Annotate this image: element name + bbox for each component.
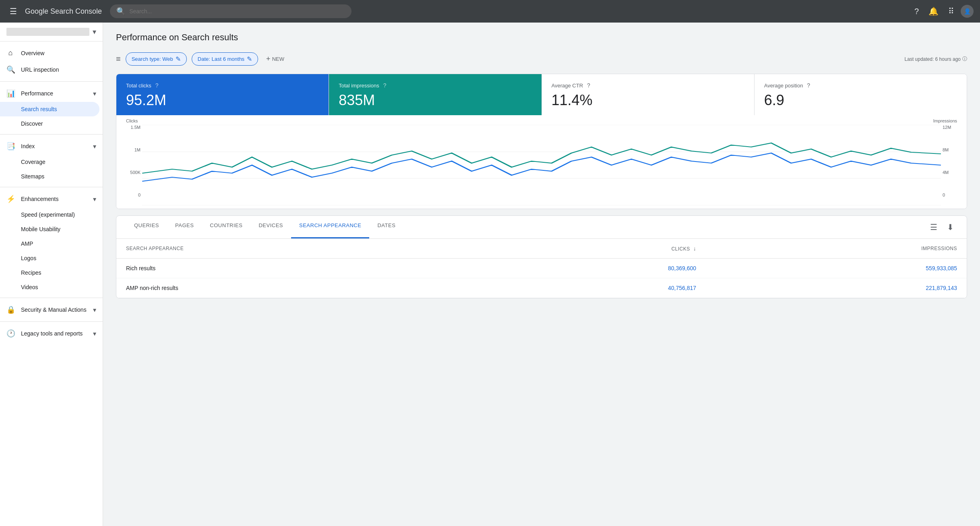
sidebar-divider-2 xyxy=(0,134,103,135)
metric-average-ctr[interactable]: Average CTR ? 11.4% xyxy=(542,74,755,115)
metric-average-position[interactable]: Average position ? 6.9 xyxy=(755,74,967,115)
row-impressions-2[interactable]: 221,879,143 xyxy=(706,278,967,298)
col-header-search-appearance: Search Appearance xyxy=(116,239,481,259)
average-ctr-help-icon[interactable]: ? xyxy=(587,82,590,89)
performance-icon: 📊 xyxy=(6,89,14,98)
sidebar-divider-4 xyxy=(0,298,103,298)
average-position-help-icon[interactable]: ? xyxy=(807,82,810,89)
col-header-impressions: Impressions xyxy=(706,239,967,259)
sidebar-section-performance-label: Performance xyxy=(21,90,87,97)
search-type-filter[interactable]: Search type: Web ✎ xyxy=(126,52,187,66)
chart-svg xyxy=(142,125,941,205)
sidebar-item-speed[interactable]: Speed (experimental) xyxy=(0,207,99,222)
sidebar-item-overview[interactable]: ⌂ Overview xyxy=(0,45,99,61)
chart-right-axis-title: Impressions xyxy=(933,118,957,123)
tabs-container: QUERIES PAGES COUNTRIES DEVICES SEARCH A… xyxy=(116,215,967,298)
chart-right-val-3: 4M xyxy=(943,170,957,175)
col-header-clicks: Clicks ↓ xyxy=(481,239,706,259)
sidebar-section-security[interactable]: 🔒 Security & Manual Actions ▾ xyxy=(0,301,103,318)
sidebar-nav: ⌂ Overview 🔍 URL inspection 📊 Performanc… xyxy=(0,41,103,345)
topnav-actions: ? 🔔 ⠿ 👤 xyxy=(911,3,974,19)
sidebar-item-url-inspection[interactable]: 🔍 URL inspection xyxy=(0,61,99,78)
sidebar-section-index[interactable]: 📑 Index ▾ xyxy=(0,138,103,155)
new-filter-label: NEW xyxy=(272,56,284,62)
sidebar-label-url-inspection: URL inspection xyxy=(21,66,59,73)
date-label: Date: Last 6 months xyxy=(198,56,244,62)
apps-button[interactable]: ⠿ xyxy=(945,3,957,19)
sidebar-label-discover: Discover xyxy=(21,120,43,127)
row-clicks-2[interactable]: 40,756,817 xyxy=(481,278,706,298)
sidebar-item-recipes[interactable]: Recipes xyxy=(0,265,99,280)
property-selector[interactable]: ▾ xyxy=(0,23,103,41)
date-edit-icon: ✎ xyxy=(247,55,252,63)
date-filter[interactable]: Date: Last 6 months ✎ xyxy=(192,52,258,66)
top-navigation: ☰ Google Search Console 🔍 ? 🔔 ⠿ 👤 xyxy=(0,0,980,23)
total-impressions-help-icon[interactable]: ? xyxy=(383,82,387,89)
plus-icon: + xyxy=(266,55,271,63)
sidebar-label-coverage: Coverage xyxy=(21,159,45,165)
performance-chevron-icon: ▾ xyxy=(93,90,96,97)
search-icon: 🔍 xyxy=(116,7,125,16)
average-position-label: Average position ? xyxy=(764,82,957,89)
metric-total-impressions[interactable]: Total impressions ? 835M xyxy=(329,74,542,115)
sidebar-divider-3 xyxy=(0,187,103,187)
help-button[interactable]: ? xyxy=(911,4,922,19)
search-input[interactable] xyxy=(129,8,345,14)
main-content: Performance on Search results ≡ Search t… xyxy=(103,23,980,526)
row-clicks-1[interactable]: 80,369,600 xyxy=(481,259,706,278)
sidebar-label-speed: Speed (experimental) xyxy=(21,211,75,218)
table-wrap: Search Appearance Clicks ↓ Impressions R… xyxy=(116,239,967,298)
sidebar-item-logos[interactable]: Logos xyxy=(0,251,99,265)
sort-clicks-icon: ↓ xyxy=(693,245,697,252)
chart-left-val-1: 1.5M xyxy=(126,125,141,130)
tab-pages[interactable]: PAGES xyxy=(167,216,202,238)
tab-devices[interactable]: DEVICES xyxy=(250,216,291,238)
performance-chart: Clicks Impressions 1.5M 1M 500K 0 xyxy=(116,115,967,209)
tab-countries[interactable]: COUNTRIES xyxy=(202,216,250,238)
add-filter-button[interactable]: + NEW xyxy=(263,52,287,66)
last-updated: Last updated: 6 hours ago ⓘ xyxy=(905,56,967,62)
metrics-chart-container: Total clicks ? 95.2M Total impressions ?… xyxy=(116,74,967,209)
chart-right-val-4: 0 xyxy=(943,193,957,197)
page-title: Performance on Search results xyxy=(116,32,967,43)
row-impressions-1[interactable]: 559,933,085 xyxy=(706,259,967,278)
total-clicks-help-icon[interactable]: ? xyxy=(155,82,159,89)
filter-icon[interactable]: ≡ xyxy=(116,54,121,64)
filter-table-button[interactable]: ☰ xyxy=(927,219,941,235)
sidebar-item-search-results[interactable]: Search results xyxy=(0,102,99,116)
average-ctr-label: Average CTR ? xyxy=(552,82,744,89)
total-clicks-label: Total clicks ? xyxy=(126,82,319,89)
sidebar-item-coverage[interactable]: Coverage xyxy=(0,155,99,169)
sidebar-label-videos: Videos xyxy=(21,284,38,290)
tab-queries[interactable]: QUERIES xyxy=(126,216,167,238)
sidebar-section-legacy[interactable]: 🕐 Legacy tools and reports ▾ xyxy=(0,325,103,342)
total-impressions-label: Total impressions ? xyxy=(339,82,531,89)
sidebar-section-index-label: Index xyxy=(21,143,87,149)
sidebar-item-videos[interactable]: Videos xyxy=(0,280,99,294)
menu-icon[interactable]: ☰ xyxy=(6,3,20,19)
metric-total-clicks[interactable]: Total clicks ? 95.2M xyxy=(116,74,329,115)
sidebar-divider-1 xyxy=(0,81,103,82)
chart-right-val-1: 12M xyxy=(943,125,957,130)
download-button[interactable]: ⬇ xyxy=(944,219,957,235)
url-inspection-icon: 🔍 xyxy=(6,65,14,74)
index-chevron-icon: ▾ xyxy=(93,143,96,150)
sidebar-item-discover[interactable]: Discover xyxy=(0,116,99,131)
sidebar-item-sitemaps[interactable]: Sitemaps xyxy=(0,169,99,184)
chart-left-val-3: 500K xyxy=(126,170,141,175)
avatar[interactable]: 👤 xyxy=(961,5,974,18)
app-logo: Google Search Console xyxy=(25,7,102,16)
home-icon: ⌂ xyxy=(6,49,14,57)
notifications-button[interactable]: 🔔 xyxy=(925,3,942,19)
sidebar-divider-5 xyxy=(0,321,103,322)
tab-dates[interactable]: DATES xyxy=(369,216,403,238)
sidebar: ▾ ⌂ Overview 🔍 URL inspection 📊 Performa… xyxy=(0,23,103,526)
sidebar-section-security-label: Security & Manual Actions xyxy=(21,306,87,313)
security-icon: 🔒 xyxy=(6,305,14,314)
tab-search-appearance[interactable]: SEARCH APPEARANCE xyxy=(291,216,369,238)
sidebar-section-performance[interactable]: 📊 Performance ▾ xyxy=(0,85,103,102)
sidebar-section-enhancements[interactable]: ⚡ Enhancements ▾ xyxy=(0,191,103,207)
sidebar-item-mobile-usability[interactable]: Mobile Usability xyxy=(0,222,99,236)
sidebar-item-amp[interactable]: AMP xyxy=(0,236,99,251)
property-chevron-icon: ▾ xyxy=(93,27,96,36)
